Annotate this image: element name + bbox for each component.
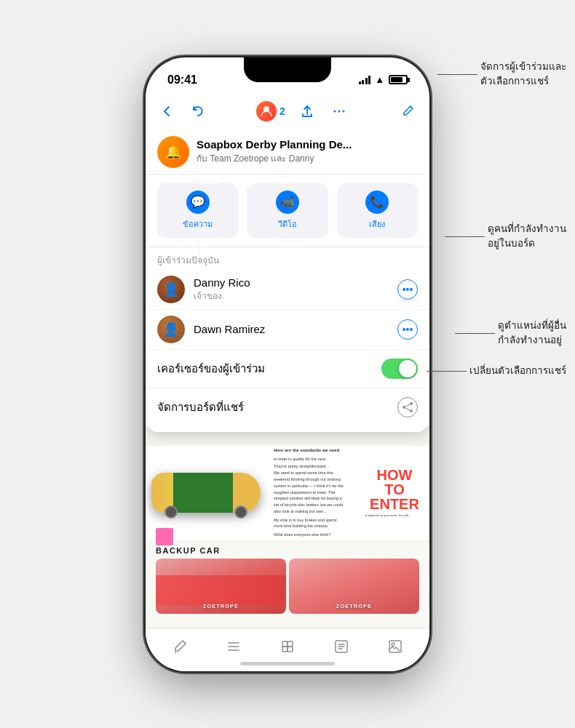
annotation-text-2: ดูคนที่กำลังทำงานอยู่ในบอร์ด xyxy=(488,222,566,252)
battery-icon xyxy=(389,75,408,84)
share-settings-row[interactable]: จัดการบอร์ดที่แชร์ xyxy=(146,388,429,426)
participants-button[interactable]: 2 xyxy=(256,101,285,121)
undo-button[interactable] xyxy=(188,101,208,121)
backup-car-images: ZOETROPE ZOETROPE xyxy=(146,559,429,614)
contact-info: Soapbox Derby Planning De... กับ Team Zo… xyxy=(197,138,418,165)
annotation-4: เปลี่ยนตัวเลือกการแชร์ xyxy=(427,364,566,378)
svg-point-9 xyxy=(175,652,176,653)
annotation-text-3: ดูตำแหน่งที่ผู้อื่นกำลังทำงานอยู่ xyxy=(498,319,566,348)
svg-line-7 xyxy=(405,404,410,407)
contact-avatar: 🔔 xyxy=(157,136,189,168)
collaborator-cursors-row: เคอร์เซอร์ของผู้เข้าร่วม xyxy=(146,350,429,388)
annotation-1: จัดการผู้เข้าร่วมและตัวเลือกการแชร์ xyxy=(437,60,566,89)
annotation-3: ดูตำแหน่งที่ผู้อื่นกำลังทำงานอยู่ xyxy=(455,319,566,348)
how-to-enter-box: HOW TO ENTER It depends on your team. Yo… xyxy=(365,468,424,518)
canvas-area[interactable]: m The key to... you are still a opportun… xyxy=(146,127,429,628)
wifi-icon: ▲ xyxy=(375,74,384,85)
toolbar-center: 2 xyxy=(256,101,349,121)
annotation-line-4 xyxy=(427,371,467,372)
tab-layers[interactable] xyxy=(270,631,305,663)
action-buttons: 💬 ข้อความ 📹 วีดีโอ 📞 เสียง xyxy=(146,175,429,247)
tab-list[interactable] xyxy=(216,631,251,663)
more-button[interactable] xyxy=(329,101,349,121)
participant-row-dawn: 👤 Dawn Ramirez ••• xyxy=(146,310,429,350)
skateboard-section: Here are the standards we need to meet t… xyxy=(146,446,429,540)
contact-header: 🔔 Soapbox Derby Planning De... กับ Team … xyxy=(146,127,429,175)
backup-car-label: BACKUP CAR xyxy=(146,542,429,559)
collaborator-cursors-label: เคอร์เซอร์ของผู้เข้าร่วม xyxy=(157,360,265,377)
car-label-1: ZOETROPE xyxy=(203,603,239,609)
toggle-thumb xyxy=(399,360,416,377)
svg-point-5 xyxy=(410,402,413,405)
svg-line-8 xyxy=(405,408,410,410)
dawn-name: Dawn Ramirez xyxy=(194,323,389,335)
compose-button[interactable] xyxy=(397,101,418,121)
danny-avatar: 👤 xyxy=(157,276,185,303)
svg-point-3 xyxy=(342,110,344,112)
svg-point-1 xyxy=(333,110,336,112)
message-icon: 💬 xyxy=(186,191,210,214)
video-label: วีดีโอ xyxy=(278,217,297,231)
message-button[interactable]: 💬 ข้อความ xyxy=(157,183,238,238)
share-settings-icon xyxy=(397,397,418,417)
svg-point-6 xyxy=(410,409,413,412)
annotation-2: ดูคนที่กำลังทำงานอยู่ในบอร์ด xyxy=(445,222,566,252)
sticky-note-pink xyxy=(156,528,173,545)
svg-point-4 xyxy=(402,406,405,409)
annotation-line-3 xyxy=(455,333,495,334)
share-settings-label: จัดการบอร์ดที่แชร์ xyxy=(157,399,244,416)
dawn-avatar: 👤 xyxy=(157,316,185,343)
status-icons: ▲ xyxy=(359,74,408,85)
svg-rect-16 xyxy=(288,647,293,652)
phone-frame: 09:41 ▲ 2 xyxy=(146,57,429,671)
danny-info: Danny Rico เจ้าของ xyxy=(194,276,389,303)
svg-rect-15 xyxy=(282,647,288,652)
participants-count: 2 xyxy=(279,105,285,117)
collaborator-cursors-toggle[interactable] xyxy=(381,359,418,379)
back-button[interactable] xyxy=(157,101,178,121)
contact-subtitle: กับ Team Zoetrope และ Danny xyxy=(197,151,418,165)
video-button[interactable]: 📹 วีดีโอ xyxy=(247,183,328,238)
danny-role: เจ้าของ xyxy=(194,289,389,303)
danny-more-button[interactable]: ••• xyxy=(397,279,418,300)
home-indicator xyxy=(240,662,335,665)
tab-pen[interactable] xyxy=(162,631,197,663)
status-time: 09:41 xyxy=(167,73,197,87)
notch xyxy=(244,57,331,82)
danny-name: Danny Rico xyxy=(194,276,389,289)
audio-label: เสียง xyxy=(369,217,385,231)
toolbar-left xyxy=(157,101,208,121)
annotation-line-2 xyxy=(445,236,485,237)
app-toolbar: 2 xyxy=(146,95,429,127)
participant-row-danny: 👤 Danny Rico เจ้าของ ••• xyxy=(146,270,429,310)
svg-point-2 xyxy=(338,110,340,112)
svg-rect-13 xyxy=(282,641,288,647)
backup-car-section: BACKUP CAR ZOETROPE ZOETROPE xyxy=(146,542,429,628)
toolbar-right xyxy=(397,101,418,121)
participants-section-title: ผู้เข้าร่วมปัจจุบัน xyxy=(146,247,429,270)
audio-icon: 📞 xyxy=(365,191,389,214)
car-image-2: ZOETROPE xyxy=(289,559,419,614)
dawn-more-button[interactable]: ••• xyxy=(397,319,418,340)
svg-rect-14 xyxy=(288,641,293,647)
audio-button[interactable]: 📞 เสียง xyxy=(337,183,418,238)
annotation-text-4: เปลี่ยนตัวเลือกการแชร์ xyxy=(469,364,566,378)
car-label-2: ZOETROPE xyxy=(336,603,372,609)
dawn-info: Dawn Ramirez xyxy=(194,323,389,335)
signal-icon xyxy=(359,76,371,84)
svg-point-22 xyxy=(392,643,394,646)
tab-format[interactable] xyxy=(324,631,359,663)
how-to-enter-text: HOW TO ENTER xyxy=(365,468,424,511)
video-icon: 📹 xyxy=(276,191,299,214)
share-button[interactable] xyxy=(297,101,317,121)
car-image-1: ZOETROPE xyxy=(156,559,286,614)
annotation-text-1: จัดการผู้เข้าร่วมและตัวเลือกการแชร์ xyxy=(480,60,566,89)
collaboration-overlay: 🔔 Soapbox Derby Planning De... กับ Team … xyxy=(146,127,429,432)
annotation-line-1 xyxy=(437,74,477,75)
message-label: ข้อความ xyxy=(183,217,213,231)
participant-avatar xyxy=(256,101,277,121)
contact-name: Soapbox Derby Planning De... xyxy=(197,138,418,151)
tab-media[interactable] xyxy=(378,631,413,663)
